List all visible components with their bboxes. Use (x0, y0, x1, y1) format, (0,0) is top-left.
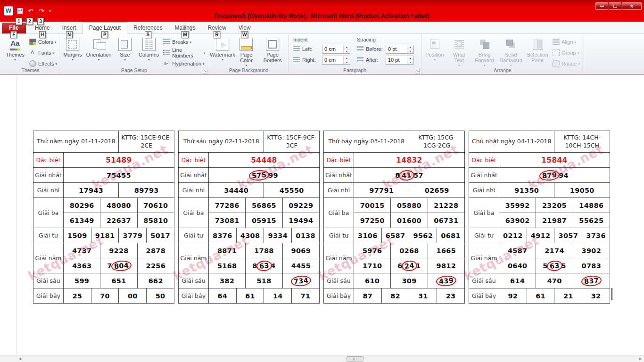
scroll-left-arrow[interactable]: ◄ (18, 356, 22, 362)
theme-colors-button[interactable]: Colors ▾ (27, 37, 59, 47)
breaks-label: Breaks (172, 39, 188, 45)
horizontal-scrollbar[interactable]: ◄ ► (0, 355, 644, 362)
result-cell: 5168 (209, 258, 246, 273)
paragraph-dialog-launcher[interactable]: ↘ (415, 69, 420, 74)
bring-forward-button[interactable]: Bring Forward ▾ (472, 36, 497, 68)
result-cell: 70610 (137, 198, 174, 213)
keytip-insert: N (66, 31, 73, 38)
indent-left-icon (293, 46, 300, 52)
group-icon (553, 49, 560, 56)
size-button[interactable]: Size ▾ (114, 36, 136, 68)
maximize-button[interactable] (609, 2, 621, 10)
ribbon-group-arrange: Position ▾ Wrap Text ▾ Bring Forward ▾ S… (421, 35, 584, 74)
result-cell: 19494 (282, 213, 319, 228)
theme-colors-label: Colors (38, 39, 53, 45)
result-cell: 35992 (499, 198, 536, 213)
spacing-after-input[interactable] (386, 56, 407, 64)
columns-button[interactable]: Columns ▾ (137, 36, 160, 68)
tab-insert[interactable]: Insert N (56, 23, 83, 33)
hyphenation-button[interactable]: Hyphenation ▾ (161, 59, 207, 68)
indent-right-spinner: ▴▾ (322, 56, 350, 65)
ribbon-group-themes: Aa Themes ▾ Colors ▾ Fonts ▾ (2, 35, 59, 74)
align-icon (553, 39, 560, 45)
prize-label: Giải nhất (33, 168, 64, 183)
prize-label: Đặc biệt (179, 153, 209, 168)
wrap-text-button[interactable]: Wrap Text ▾ (447, 36, 471, 68)
indent-left-input[interactable] (322, 45, 343, 53)
prize-label: Giải nhì (179, 183, 209, 198)
tab-page-layout[interactable]: Page Layout P (83, 22, 127, 34)
spacing-before-input[interactable] (386, 45, 407, 53)
page-setup-dialog-launcher[interactable]: ↘ (203, 69, 207, 74)
result-cell: 9562 (409, 228, 437, 243)
theme-effects-button[interactable]: Effects ▾ (27, 59, 59, 68)
margins-button[interactable]: Margins ▾ (61, 36, 84, 68)
minimize-icon (600, 6, 604, 7)
page-background-group-label: Page Background (209, 67, 288, 73)
spacing-after-spin-buttons[interactable]: ▴▾ (407, 56, 413, 64)
position-button[interactable]: Position ▾ (423, 36, 446, 68)
scrollbar-thumb[interactable] (347, 356, 363, 362)
indent-right-input[interactable] (322, 56, 343, 64)
result-cell: 3057 (554, 228, 582, 243)
hyphenation-icon (163, 60, 170, 67)
align-button[interactable]: Align ▾ (551, 37, 582, 47)
prize-label: Giải ba (179, 198, 209, 228)
send-backward-button[interactable]: Send Backward ▾ (498, 36, 524, 68)
table-kttg-code: KTTG: 15CG-1CG-2CG (409, 131, 465, 153)
document-area[interactable]: ketqua.netketqua.netThứ năm ngày 01-11-2… (0, 75, 644, 355)
result-cell: 02659 (409, 183, 465, 198)
result-cell: 734 (282, 273, 319, 288)
indent-right-spin-buttons[interactable]: ▴▾ (343, 56, 350, 64)
result-cell: 0212 (499, 228, 527, 243)
scroll-right-arrow[interactable]: ► (638, 356, 643, 362)
wrap-text-label: Wrap Text (449, 52, 470, 63)
themes-button[interactable]: Aa Themes ▾ (4, 36, 26, 68)
result-cell: 32 (582, 288, 610, 304)
theme-fonts-label: Fonts (38, 50, 51, 56)
indent-left-spin-buttons[interactable]: ▴▾ (343, 45, 350, 53)
orientation-button[interactable]: Orientation ▾ (85, 36, 113, 68)
keytip-redo: 3 (37, 18, 44, 25)
page-color-button[interactable]: Page Color ▾ (235, 36, 258, 68)
red-circle-annotation: 575 (248, 169, 270, 181)
hyphenation-label: Hyphenation (172, 61, 201, 66)
theme-fonts-button[interactable]: Fonts ▾ (27, 48, 59, 58)
theme-fonts-icon (29, 49, 36, 56)
tab-mailings[interactable]: Mailings M (168, 23, 201, 33)
tab-review[interactable]: Review R (201, 23, 232, 33)
prize-label: Đặc biệt (469, 153, 499, 168)
bring-forward-dropdown-icon: ▾ (484, 64, 486, 67)
line-numbers-button[interactable]: Line Numbers ▾ (161, 48, 207, 58)
result-cell: 9812 (428, 258, 464, 273)
close-icon: × (630, 4, 633, 8)
rotate-dropdown-icon: ▾ (578, 62, 580, 66)
red-circle-annotation: 63 (256, 260, 272, 272)
selection-pane-button[interactable]: Selection Pane (525, 36, 550, 68)
result-cell: 21 (554, 288, 582, 304)
breaks-button[interactable]: Breaks ▾ (161, 37, 207, 47)
tab-view[interactable]: View W (232, 23, 257, 33)
page-borders-button[interactable]: Page Borders (259, 36, 286, 68)
watermark-icon (216, 38, 229, 51)
tab-file[interactable]: File F (2, 23, 26, 33)
minimize-button[interactable] (595, 2, 608, 10)
close-button[interactable]: × (622, 2, 642, 10)
prize-label: Giải nhì (324, 183, 354, 198)
table-kttg-code: KTTG: 15CE-9CE-2CE (119, 131, 174, 153)
rotate-button[interactable]: Rotate ▾ (551, 59, 582, 68)
tab-references[interactable]: References S (127, 23, 168, 33)
window-title: Document1 [Compatibility Mode] - Microso… (0, 13, 644, 19)
line-numbers-label: Line Numbers (172, 47, 202, 58)
watermark-button[interactable]: Watermark ▾ (211, 36, 234, 68)
group-button[interactable]: Group ▾ (551, 48, 582, 58)
result-cell: 97791 (354, 183, 409, 198)
spacing-before-spin-buttons[interactable]: ▴▾ (407, 45, 413, 53)
red-circle-annotation: 879 (539, 169, 560, 181)
watermark-label: Watermark (210, 52, 235, 58)
result-cell: 73081 (209, 213, 246, 228)
result-cell: 1710 (354, 258, 391, 273)
prize-label: Giải năm (324, 243, 354, 273)
result-cell: 8376 (209, 228, 237, 243)
window-controls: × (595, 2, 642, 10)
